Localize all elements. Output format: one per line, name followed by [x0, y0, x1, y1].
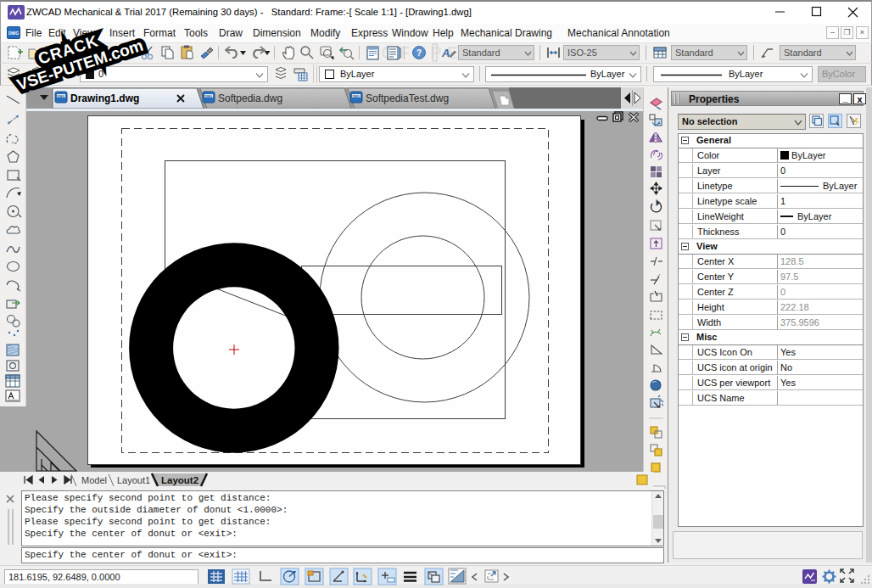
svg-text:DWG: DWG: [58, 95, 65, 98]
svg-text:A: A: [441, 47, 450, 59]
svg-text:DWG: DWG: [353, 95, 361, 98]
svg-text:Drawing1.dwg: Drawing1.dwg: [70, 92, 139, 104]
svg-text:DWG: DWG: [205, 95, 213, 98]
svg-text:Model: Model: [81, 475, 107, 485]
svg-text:Layout2: Layout2: [161, 475, 198, 485]
svg-text:Softpedia.dwg: Softpedia.dwg: [218, 92, 282, 104]
svg-text:Layout1: Layout1: [117, 475, 150, 485]
svg-text:SoftpediaTest.dwg: SoftpediaTest.dwg: [366, 92, 449, 104]
svg-text:?: ?: [416, 48, 422, 58]
